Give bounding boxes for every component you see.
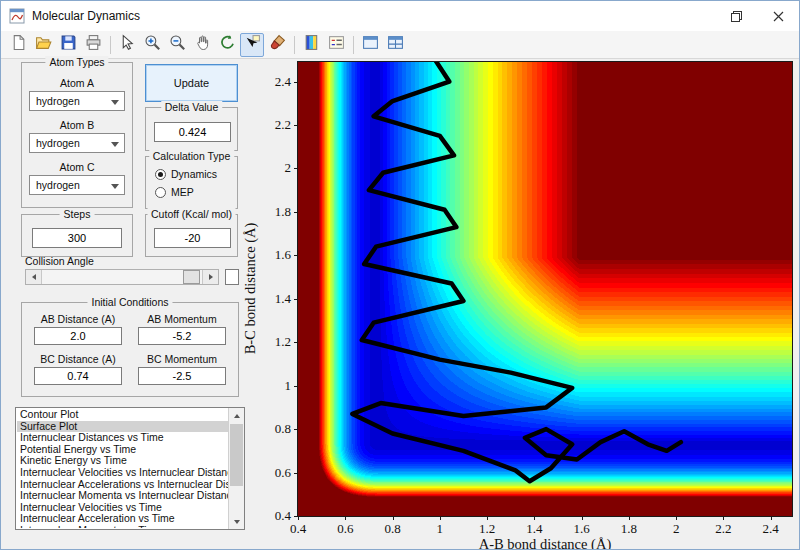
- close-icon: [773, 11, 784, 22]
- plot-tools-dock-button[interactable]: [383, 33, 407, 57]
- data-cursor-button[interactable]: [240, 33, 264, 57]
- collision-angle-slider[interactable]: [25, 269, 219, 285]
- figure-toolbar: [1, 31, 799, 59]
- radio-icon: [155, 169, 166, 180]
- rotate-3d-button[interactable]: [215, 33, 239, 57]
- toolbar-separator: [294, 36, 295, 54]
- list-item[interactable]: Potential Energy vs Time: [17, 444, 228, 456]
- radio-dynamics[interactable]: Dynamics: [155, 168, 217, 180]
- panel-title: Calculation Type: [149, 150, 234, 162]
- pan-button[interactable]: [190, 33, 214, 57]
- panel-title: Atom Types: [45, 56, 108, 68]
- radio-dynamics-label: Dynamics: [171, 168, 217, 180]
- toolbar-separator: [110, 36, 111, 54]
- list-item[interactable]: Internuclear Momenta vs Internuclear Dis…: [17, 490, 228, 502]
- pes-canvas[interactable]: [298, 62, 792, 516]
- atom-a-dropdown[interactable]: hydrogen: [29, 91, 125, 111]
- slider-right-arrow[interactable]: [202, 270, 218, 284]
- list-item[interactable]: Kinetic Energy vs Time: [17, 455, 228, 467]
- scroll-up-button[interactable]: [229, 408, 244, 423]
- plot-type-listbox[interactable]: Contour PlotSurface PlotInternuclear Dis…: [15, 407, 245, 530]
- legend-button[interactable]: [324, 33, 348, 57]
- x-tick-label: 1.2: [479, 521, 495, 537]
- zoom-in-icon: [144, 34, 161, 55]
- y-tick-mark: [294, 168, 298, 169]
- plot-tools-dock-icon: [387, 34, 404, 55]
- y-tick-label: 0.4: [275, 508, 291, 524]
- listbox-items: Contour PlotSurface PlotInternuclear Dis…: [17, 409, 228, 528]
- list-item[interactable]: Surface Plot: [17, 421, 228, 433]
- collision-angle-input[interactable]: [225, 269, 239, 285]
- open-folder-button[interactable]: [31, 33, 55, 57]
- list-item[interactable]: Internuclear Accelerations vs Internucle…: [17, 479, 228, 491]
- listbox-scrollbar[interactable]: [228, 408, 244, 529]
- arrow-down-icon: [234, 520, 240, 524]
- y-tick-mark: [294, 299, 298, 300]
- ab-momentum-input[interactable]: [138, 327, 226, 345]
- edit-plot-button[interactable]: [115, 33, 139, 57]
- delta-value-input[interactable]: [154, 122, 231, 142]
- zoom-out-button[interactable]: [165, 33, 189, 57]
- collision-angle-label: Collision Angle: [25, 255, 94, 267]
- app-window: Molecular Dynamics Atom Types Atom A hyd…: [0, 0, 800, 550]
- brush-button[interactable]: [265, 33, 289, 57]
- steps-input[interactable]: [32, 228, 122, 248]
- x-tick-mark: [440, 516, 441, 520]
- x-tick-label: 1.6: [574, 521, 590, 537]
- x-tick-label: 2.4: [763, 521, 779, 537]
- x-tick-mark: [345, 516, 346, 520]
- save-button[interactable]: [56, 33, 80, 57]
- atom-c-dropdown[interactable]: hydrogen: [29, 175, 125, 195]
- x-tick-label: 0.6: [337, 521, 353, 537]
- x-tick-mark: [582, 516, 583, 520]
- y-tick-label: 2.2: [275, 117, 291, 133]
- atom-types-panel: Atom Types Atom A hydrogen Atom B hydrog…: [21, 62, 133, 208]
- y-tick-mark: [294, 125, 298, 126]
- cutoff-input[interactable]: [154, 228, 231, 248]
- data-cursor-icon: [244, 34, 261, 55]
- maximize-button[interactable]: [715, 1, 757, 31]
- edit-plot-icon: [119, 34, 136, 55]
- save-icon: [60, 34, 77, 55]
- ab-distance-input[interactable]: [34, 327, 122, 345]
- list-item[interactable]: Internuclear Velocities vs Internuclear …: [17, 467, 228, 479]
- update-button[interactable]: Update: [145, 64, 238, 102]
- y-tick-mark: [294, 212, 298, 213]
- chevron-down-icon: [111, 100, 119, 105]
- brush-icon: [269, 34, 286, 55]
- chevron-down-icon: [111, 142, 119, 147]
- y-tick-label: 0.6: [275, 465, 291, 481]
- rotate-3d-icon: [219, 34, 236, 55]
- new-document-button[interactable]: [6, 33, 30, 57]
- bc-momentum-input[interactable]: [138, 367, 226, 385]
- x-tick-mark: [487, 516, 488, 520]
- slider-thumb[interactable]: [183, 270, 200, 284]
- list-item[interactable]: Contour Plot: [17, 409, 228, 421]
- bc-distance-input[interactable]: [34, 367, 122, 385]
- list-item[interactable]: Internuclear Distances vs Time: [17, 432, 228, 444]
- slider-left-arrow[interactable]: [26, 270, 42, 284]
- atom-c-label: Atom C: [22, 161, 132, 173]
- print-button[interactable]: [81, 33, 105, 57]
- new-document-icon: [10, 34, 27, 55]
- x-tick-mark: [676, 516, 677, 520]
- x-tick-label: 1.8: [621, 521, 637, 537]
- radio-mep[interactable]: MEP: [155, 186, 194, 198]
- scrollbar-thumb[interactable]: [230, 424, 243, 486]
- plot-tools-hide-button[interactable]: [358, 33, 382, 57]
- list-item[interactable]: Internuclear Momenta vs Time: [17, 525, 228, 528]
- pan-icon: [194, 34, 211, 55]
- close-button[interactable]: [757, 1, 799, 31]
- atom-b-dropdown[interactable]: hydrogen: [29, 133, 125, 153]
- list-item[interactable]: Internuclear Acceleration vs Time: [17, 513, 228, 525]
- zoom-out-icon: [169, 34, 186, 55]
- radio-mep-label: MEP: [171, 186, 194, 198]
- zoom-in-button[interactable]: [140, 33, 164, 57]
- atom-a-value: hydrogen: [36, 95, 80, 107]
- colorbar-button[interactable]: [299, 33, 323, 57]
- atom-c-value: hydrogen: [36, 179, 80, 191]
- ab-momentum-label: AB Momentum: [136, 313, 228, 325]
- radio-dot-0: [158, 172, 163, 177]
- list-item[interactable]: Internuclear Velocities vs Time: [17, 502, 228, 514]
- scroll-down-button[interactable]: [229, 514, 244, 529]
